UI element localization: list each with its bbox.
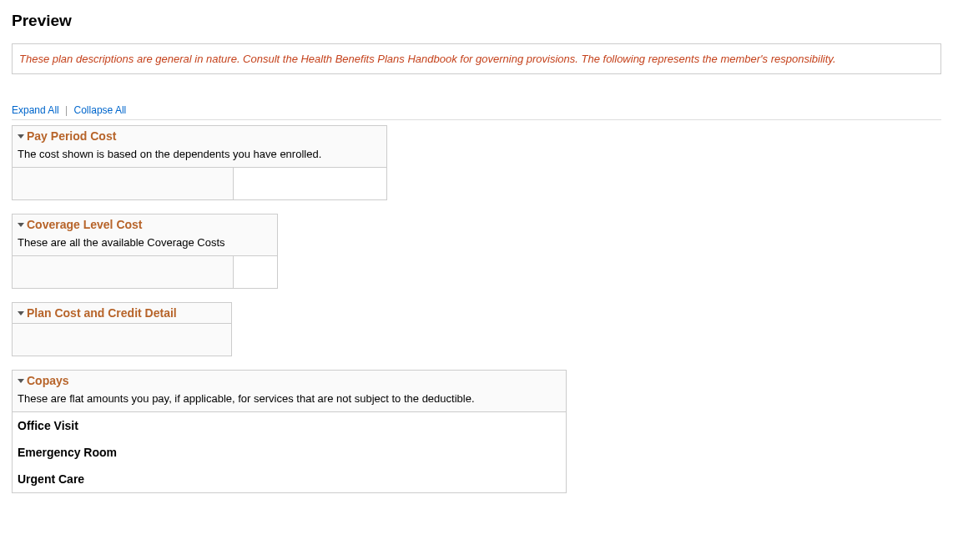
collapse-icon[interactable] <box>18 223 24 227</box>
section-header-pay-period: Pay Period Cost <box>13 126 386 146</box>
table-cell <box>234 168 386 199</box>
section-body-pay-period <box>13 167 386 199</box>
table-cell <box>13 324 231 356</box>
toolbar-divider: | <box>65 104 68 116</box>
section-title-pay-period: Pay Period Cost <box>27 129 116 143</box>
section-header-plan-cost: Plan Cost and Credit Detail <box>13 303 231 323</box>
section-coverage-level: Coverage Level Cost These are all the av… <box>12 214 278 289</box>
notice-box: These plan descriptions are general in n… <box>12 43 941 74</box>
collapse-all-link[interactable]: Collapse All <box>74 104 127 116</box>
section-desc-pay-period: The cost shown is based on the dependent… <box>13 146 386 167</box>
expand-all-link[interactable]: Expand All <box>12 104 59 116</box>
collapse-icon[interactable] <box>18 311 24 315</box>
copay-item-urgent-care: Urgent Care <box>13 466 566 492</box>
section-plan-cost: Plan Cost and Credit Detail <box>12 302 232 356</box>
notice-text: These plan descriptions are general in n… <box>19 53 836 65</box>
section-header-copays: Copays <box>13 371 566 391</box>
toolbar: Expand All | Collapse All <box>12 104 941 120</box>
section-desc-copays: These are flat amounts you pay, if appli… <box>13 391 566 411</box>
table-cell <box>234 256 277 288</box>
section-pay-period: Pay Period Cost The cost shown is based … <box>12 125 387 200</box>
section-title-plan-cost: Plan Cost and Credit Detail <box>27 306 177 320</box>
section-body-plan-cost <box>13 323 231 356</box>
section-body-coverage-level <box>13 255 277 288</box>
section-desc-coverage-level: These are all the available Coverage Cos… <box>13 235 277 255</box>
copay-item-office-visit: Office Visit <box>13 412 566 439</box>
copay-item-emergency-room: Emergency Room <box>13 439 566 466</box>
collapse-icon[interactable] <box>18 134 24 139</box>
section-title-coverage-level: Coverage Level Cost <box>27 218 143 231</box>
section-body-copays: Office Visit Emergency Room Urgent Care <box>13 411 566 492</box>
table-cell <box>13 168 234 199</box>
section-title-copays: Copays <box>27 374 69 387</box>
section-header-coverage-level: Coverage Level Cost <box>13 214 277 235</box>
page-title: Preview <box>12 12 941 30</box>
section-copays: Copays These are flat amounts you pay, i… <box>12 370 567 493</box>
collapse-icon[interactable] <box>18 379 24 383</box>
table-cell <box>13 256 234 288</box>
